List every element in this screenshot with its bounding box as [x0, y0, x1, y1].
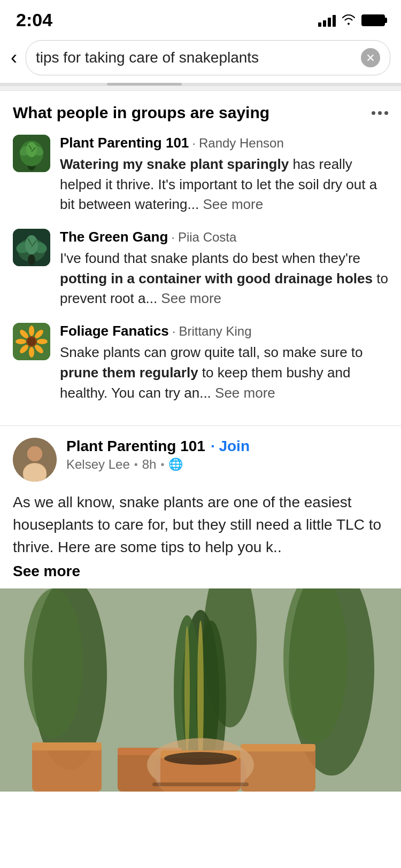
group-avatar-plant-parenting [13, 135, 50, 172]
group-post-item-2[interactable]: The Green Gang · Piia Costa I've found t… [13, 229, 388, 309]
meta-sep-2: · [171, 230, 175, 245]
svg-point-21 [16, 339, 26, 344]
join-button[interactable]: · Join [211, 438, 250, 455]
post-globe-sep: • [160, 459, 164, 471]
post-meta-info: Plant Parenting 101 · Join Kelsey Lee • … [66, 438, 388, 472]
see-more-2[interactable]: See more [161, 290, 221, 306]
group-avatar-foliage-fanatics [13, 323, 50, 360]
group-name-1: Plant Parenting 101 [60, 135, 189, 151]
see-more-main[interactable]: See more [13, 563, 388, 580]
post-avatar [13, 438, 57, 482]
see-more-1[interactable]: See more [203, 196, 263, 212]
back-button[interactable]: ‹ [11, 46, 17, 69]
post-time-sep: • [134, 459, 138, 471]
svg-point-35 [24, 588, 83, 738]
post-author: Kelsey Lee [66, 457, 130, 472]
post-header: Plant Parenting 101 · Join Kelsey Lee • … [13, 438, 388, 482]
group-post-content-3: Foliage Fanatics · Brittany King Snake p… [60, 323, 388, 403]
meta-sep-1: · [192, 136, 196, 151]
author-name-2: Piia Costa [178, 230, 236, 245]
group-name-3: Foliage Fanatics [60, 323, 169, 339]
scroll-thumb [107, 83, 182, 86]
dot1 [372, 111, 375, 115]
signal-icon [318, 14, 336, 27]
svg-point-54 [164, 752, 237, 765]
group-post-item[interactable]: Plant Parenting 101 · Randy Henson Water… [13, 135, 388, 215]
group-name-2: The Green Gang [60, 229, 168, 245]
section-divider-top [0, 86, 401, 91]
group-post-meta-2: The Green Gang · Piia Costa [60, 229, 388, 245]
author-name-1: Randy Henson [199, 136, 284, 151]
svg-point-31 [27, 446, 42, 461]
post-author-line: Kelsey Lee • 8h • 🌐 [66, 457, 388, 472]
svg-rect-45 [32, 742, 102, 750]
search-container: ‹ tips for taking care of snakeplants [0, 35, 401, 83]
bold-text-3: prune them regularly [60, 365, 198, 381]
group-post-meta-3: Foliage Fanatics · Brittany King [60, 323, 388, 339]
home-indicator [152, 782, 249, 786]
meta-sep-3: · [172, 324, 176, 339]
svg-point-43 [184, 626, 190, 754]
globe-icon: 🌐 [168, 458, 183, 471]
svg-point-19 [29, 326, 34, 336]
scroll-indicator [0, 83, 401, 86]
group-avatar-green-gang [13, 229, 50, 266]
svg-rect-44 [32, 746, 102, 792]
group-post-item-3[interactable]: Foliage Fanatics · Brittany King Snake p… [13, 323, 388, 403]
post-text: As we all know, snake plants are one of … [13, 491, 388, 559]
dot2 [378, 111, 382, 115]
status-bar: 2:04 [0, 0, 401, 35]
bold-text-2: potting in a container with good drainag… [60, 270, 373, 286]
wifi-icon [341, 13, 356, 27]
battery-icon [361, 14, 385, 26]
groups-header: What people in groups are saying [13, 104, 388, 122]
groups-section-title: What people in groups are saying [13, 104, 372, 122]
post-group-line: Plant Parenting 101 · Join [66, 438, 388, 455]
svg-point-22 [37, 339, 48, 344]
dot3 [384, 111, 388, 115]
svg-point-20 [29, 347, 34, 358]
svg-point-15 [28, 254, 35, 265]
group-post-text-1: Watering my snake plant sparingly has re… [60, 154, 388, 215]
group-post-content-1: Plant Parenting 101 · Randy Henson Water… [60, 135, 388, 215]
post-time: 8h [142, 457, 157, 472]
group-post-text-2: I've found that snake plants do best whe… [60, 249, 388, 309]
main-post: Plant Parenting 101 · Join Kelsey Lee • … [0, 426, 401, 588]
post-image [0, 588, 401, 792]
group-post-content-2: The Green Gang · Piia Costa I've found t… [60, 229, 388, 309]
bold-text-1: Watering my snake plant sparingly [60, 156, 289, 172]
search-bar[interactable]: tips for taking care of snakeplants [26, 40, 390, 75]
search-input[interactable]: tips for taking care of snakeplants [36, 49, 356, 66]
status-icons [318, 13, 385, 27]
author-name-3: Brittany King [179, 324, 251, 339]
svg-point-18 [27, 337, 36, 346]
see-more-3[interactable]: See more [215, 385, 275, 401]
more-options-button[interactable] [372, 111, 388, 115]
clear-search-button[interactable] [361, 48, 380, 67]
status-time: 2:04 [16, 10, 52, 30]
svg-rect-49 [241, 744, 315, 751]
groups-section: What people in groups are saying Plant P… [0, 91, 401, 425]
post-group-name[interactable]: Plant Parenting 101 [66, 438, 205, 455]
group-post-meta-1: Plant Parenting 101 · Randy Henson [60, 135, 388, 151]
group-post-text-3: Snake plants can grow quite tall, so mak… [60, 343, 388, 403]
